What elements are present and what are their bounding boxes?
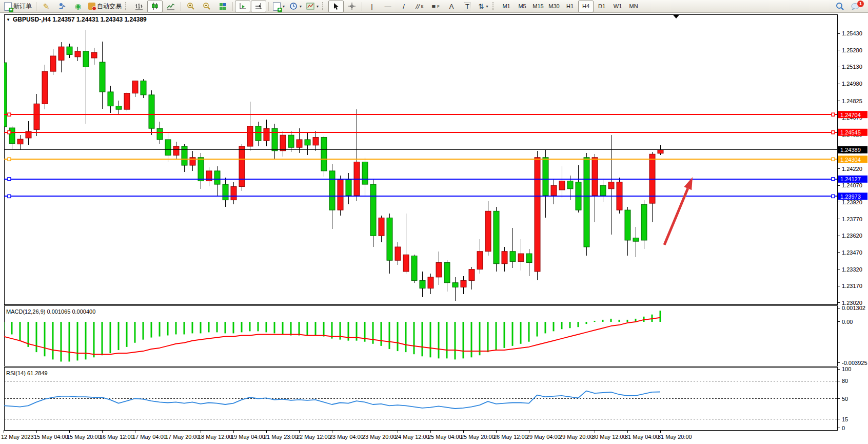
candle — [543, 150, 548, 218]
fibonacci-sub-label: F — [437, 5, 439, 8]
candle — [264, 120, 269, 146]
brush-tool-button[interactable]: ✎ — [38, 1, 54, 12]
candle — [617, 178, 622, 214]
toolbar-grip — [492, 2, 496, 10]
candle — [214, 166, 220, 196]
candle — [141, 79, 146, 98]
vertical-line-button[interactable]: | — [364, 1, 380, 12]
svg-text:29 May 04:00: 29 May 04:00 — [526, 434, 561, 440]
svg-text:26 May 12:00: 26 May 12:00 — [494, 434, 528, 440]
notifications-button[interactable]: 1 — [847, 1, 863, 12]
candle — [338, 176, 343, 216]
line-drag-handle[interactable] — [8, 113, 11, 116]
level-resistance-line-2[interactable]: 1.24545 — [4, 129, 867, 136]
crosshair-icon — [348, 2, 356, 10]
crosshair-button[interactable] — [344, 1, 360, 12]
rsi-line — [4, 391, 660, 409]
text-tool-icon: A — [449, 3, 454, 10]
svg-text:1.24220: 1.24220 — [842, 166, 862, 172]
auto-scroll-button[interactable] — [235, 1, 250, 12]
candle — [641, 200, 647, 249]
line-drag-handle[interactable] — [832, 131, 835, 134]
svg-text:1.25280: 1.25280 — [842, 47, 862, 53]
timeframe-button-H4[interactable]: H4 — [578, 1, 594, 12]
search-icon — [836, 2, 844, 11]
timeframe-button-M1[interactable]: M1 — [499, 1, 514, 12]
level-resistance-line-1[interactable]: 1.24704 — [4, 111, 867, 118]
chart-shift-button[interactable] — [251, 1, 266, 12]
candle — [58, 42, 64, 72]
collapse-triangle-icon[interactable]: ▼ — [6, 17, 10, 22]
candle — [75, 47, 81, 61]
line-drag-handle[interactable] — [832, 113, 835, 116]
svg-text:0.00: 0.00 — [842, 319, 853, 325]
zoom-in-icon — [187, 2, 195, 10]
period-dropdown-button[interactable]: ▾ — [287, 1, 304, 12]
rsi-axis-ticks: 1008050150 — [837, 366, 851, 431]
candle — [625, 207, 630, 256]
paintbrush-icon: ✎ — [43, 3, 50, 10]
candlestick-icon — [151, 2, 159, 10]
trend-arrow-annotation[interactable] — [664, 177, 693, 245]
timeframe-button-D1[interactable]: D1 — [594, 1, 609, 12]
search-button[interactable] — [832, 1, 847, 12]
new-order-button[interactable]: + 新订单 — [2, 1, 34, 12]
zoom-out-button[interactable] — [199, 1, 214, 12]
svg-text:1.24304: 1.24304 — [840, 157, 861, 163]
auto-trading-button[interactable]: 自动交易 — [86, 1, 124, 12]
vertical-line-icon: | — [371, 3, 372, 10]
candle — [469, 267, 475, 289]
candle — [42, 65, 48, 109]
svg-text:1.24127: 1.24127 — [840, 176, 861, 182]
candle — [576, 165, 581, 212]
chart-canvas[interactable]: 1.254301.252801.251301.249801.248251.246… — [0, 13, 868, 444]
cursor-button[interactable] — [328, 1, 344, 12]
tile-windows-button[interactable] — [215, 1, 230, 12]
symbol-ohlc-text: GBPUSD-,H4 1.24357 1.24431 1.24343 1.243… — [13, 16, 147, 23]
equidistant-channel-button[interactable]: //E — [412, 1, 427, 12]
line-drag-handle[interactable] — [8, 195, 11, 198]
line-chart-button[interactable] — [163, 1, 179, 12]
price-axis-ticks: 1.254301.252801.251301.249801.248251.246… — [837, 30, 862, 306]
candle — [485, 201, 491, 256]
line-drag-handle[interactable] — [8, 131, 11, 134]
chart-shift-marker[interactable] — [673, 15, 679, 18]
level-support-line-2[interactable]: 1.23973 — [4, 192, 867, 200]
channel-icon: // — [416, 3, 420, 10]
line-drag-handle[interactable] — [8, 158, 11, 161]
signals-button[interactable]: ◉ — [70, 1, 86, 12]
horizontal-line-button[interactable]: — — [380, 1, 396, 12]
timeframe-button-M5[interactable]: M5 — [515, 1, 530, 12]
level-current-price-line[interactable]: 1.24389 — [4, 146, 867, 153]
timeframe-button-M15[interactable]: M15 — [530, 1, 546, 12]
svg-text:0.001302: 0.001302 — [842, 305, 865, 311]
arrows-dropdown-button[interactable]: ⇅▾ — [476, 1, 491, 12]
svg-text:1.24980: 1.24980 — [842, 81, 862, 87]
candlestick-chart-button[interactable] — [147, 1, 163, 12]
bar-chart-button[interactable] — [131, 1, 147, 12]
market-watch-button[interactable] — [54, 1, 70, 12]
templates-dropdown-button[interactable]: ▾ — [304, 1, 321, 12]
timeframe-button-M30[interactable]: M30 — [546, 1, 562, 12]
text-tool-button[interactable]: A — [444, 1, 459, 12]
timeframe-button-MN[interactable]: MN — [626, 1, 641, 12]
level-support-line-1[interactable]: 1.24127 — [4, 176, 867, 183]
new-chart-dropdown-button[interactable]: + ▾ — [271, 1, 287, 12]
fibonacci-button[interactable]: ≡F — [428, 1, 443, 12]
line-chart-icon — [167, 2, 175, 10]
timeframe-button-W1[interactable]: W1 — [610, 1, 625, 12]
timeframe-button-H1[interactable]: H1 — [562, 1, 578, 12]
trendline-button[interactable]: / — [396, 1, 411, 12]
macd-pane — [3, 311, 661, 361]
svg-text:31 May 04:00: 31 May 04:00 — [625, 434, 659, 440]
zoom-in-button[interactable] — [183, 1, 199, 12]
candle — [223, 178, 228, 207]
line-drag-handle[interactable] — [832, 178, 835, 181]
horizontal-line-icon: — — [385, 3, 391, 10]
line-drag-handle[interactable] — [832, 195, 835, 198]
text-label-button[interactable]: T — [460, 1, 475, 12]
symbol-title[interactable]: ▼ GBPUSD-,H4 1.24357 1.24431 1.24343 1.2… — [6, 16, 147, 23]
level-pivot-line[interactable]: 1.24304 — [4, 156, 867, 163]
line-drag-handle[interactable] — [8, 178, 11, 181]
line-drag-handle[interactable] — [832, 158, 835, 161]
